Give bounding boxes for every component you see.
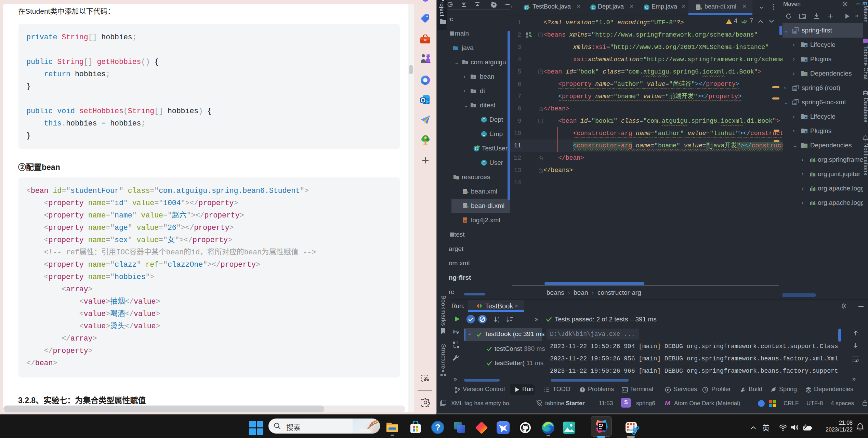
svg-text:C: C [482,117,485,122]
svg-text:m: m [793,102,796,105]
svg-text:C: C [645,5,648,10]
svg-text:9: 9 [456,330,459,335]
svg-text:C: C [592,5,595,10]
svg-text:C: C [482,160,485,165]
svg-text:z: z [498,320,499,323]
svg-text:IJ: IJ [599,424,603,428]
svg-text:?: ? [435,422,440,433]
svg-text:m: m [793,30,796,34]
svg-text:C: C [482,132,485,137]
svg-text:<>: <> [463,220,467,223]
svg-text:a: a [498,316,499,320]
svg-text:m: m [793,87,796,91]
svg-text:C: C [525,5,528,10]
